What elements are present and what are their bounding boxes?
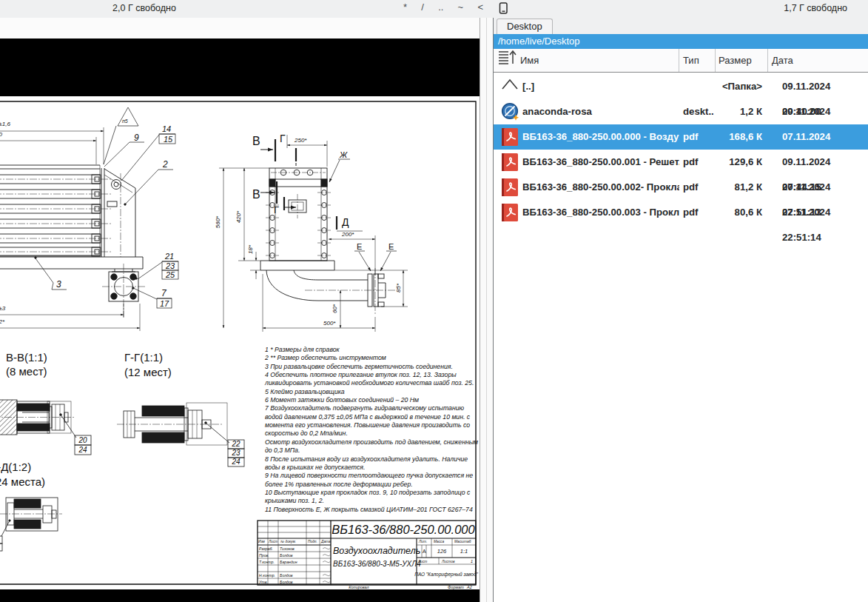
- svg-text:11 Поверхность Е, Ж покрыть см: 11 Поверхность Е, Ж покрыть смазкой ЦИАТ…: [265, 506, 473, 513]
- svg-text:Болдов: Болдов: [280, 573, 293, 578]
- callout: 22: [231, 440, 240, 448]
- file-type: pdf: [683, 175, 699, 200]
- svg-text:3 При развальцовке обеспечить: 3 При развальцовке обеспечить герметично…: [265, 363, 453, 370]
- svg-text:Барандин: Барандин: [280, 560, 297, 564]
- svg-text:Формат: Формат: [448, 585, 464, 589]
- callout-leaders: [35, 107, 397, 308]
- section-mark: В: [252, 135, 260, 147]
- view-bundle: [0, 165, 145, 317]
- column-separator[interactable]: [715, 49, 716, 72]
- column-header-type[interactable]: Тип: [683, 49, 699, 72]
- svg-text:4 Обеспечить плотное прилегани: 4 Обеспечить плотное прилегание втулок п…: [265, 371, 457, 378]
- file-row[interactable]: [..] <Папка> 09.11.2024 20:40:00: [494, 74, 868, 99]
- dim-label: 250*: [294, 137, 307, 144]
- back-button[interactable]: <: [476, 1, 485, 13]
- up-chevron-icon: [501, 77, 519, 92]
- file-panel: Desktop /home/live/Desktop Имя Тип Разме…: [493, 18, 868, 602]
- svg-text:крышками поз. 1, 2.: крышками поз. 1, 2.: [265, 497, 324, 504]
- title-block-texts: ВБ163-36/880-250.00.000 Воздухоохладител…: [258, 523, 478, 589]
- section-mark: Г: [274, 204, 279, 215]
- column-separator[interactable]: [679, 49, 679, 72]
- file-type: pdf: [683, 124, 699, 150]
- dim-label: 200*: [341, 231, 354, 238]
- svg-text:126: 126: [437, 548, 447, 555]
- callout: 24: [231, 458, 240, 466]
- callout: 23: [165, 261, 175, 270]
- file-type: pdf: [683, 200, 699, 225]
- roughness-flag: п5: [122, 118, 128, 124]
- product-name: Воздухоохладитель: [333, 546, 420, 556]
- svg-text:№ докум.: № докум.: [280, 540, 296, 544]
- callout: 15: [164, 135, 173, 144]
- current-path-bar[interactable]: /home/live/Desktop: [494, 34, 868, 49]
- file-row[interactable]: ВБ163-36_880-250.00.002- Прокла.. pdf 81…: [494, 175, 868, 200]
- file-icon: [501, 153, 520, 172]
- file-size: 1,2 К: [740, 99, 762, 124]
- section-title: (8 мест): [6, 365, 47, 378]
- parent-button[interactable]: ..: [437, 1, 445, 13]
- svg-text:Н.контр.: Н.контр.: [259, 573, 275, 578]
- doc-number: ВБ163-36/880-250.00.000: [332, 523, 475, 536]
- svg-text:Утв.: Утв.: [259, 580, 268, 584]
- file-row[interactable]: ВБ163-36_880-250.00.003 - Прокл.. pdf 80…: [494, 200, 868, 225]
- root-button[interactable]: /: [420, 1, 425, 13]
- left-panel-free-space: 2,0 Г свободно: [55, 3, 233, 13]
- pdf-file-icon: [501, 127, 519, 147]
- anaconda-app-icon: [501, 102, 520, 121]
- computer-icon[interactable]: [497, 1, 510, 19]
- section-dd: [0, 498, 62, 551]
- svg-text:6 Момент затяжки болтовых соед: 6 Момент затяжки болтовых соединений – 2…: [265, 396, 419, 404]
- file-size: 81,2 К: [735, 175, 762, 200]
- file-icon: [501, 77, 520, 96]
- svg-text:Болдов: Болдов: [280, 553, 293, 558]
- svg-text:Дата: Дата: [320, 540, 331, 544]
- section-mark: Е: [388, 242, 394, 251]
- drawing-texts: 0±1,6 40 6±3 02* п5 9 14 15 2 3 21 23 25…: [0, 118, 478, 589]
- callout: 21: [164, 252, 174, 261]
- file-size: <Папка>: [722, 74, 762, 99]
- svg-text:Разраб.: Разраб.: [259, 546, 273, 551]
- callout: 17: [160, 299, 169, 308]
- svg-text:Т.контр.: Т.контр.: [259, 560, 275, 564]
- file-row[interactable]: ВБ163-36_880-250.00.001 - Решет.. pdf 12…: [494, 150, 868, 175]
- dim-label: 40: [0, 131, 2, 138]
- section-title: Г-Г(1:1): [124, 351, 163, 364]
- svg-text:Пров.: Пров.: [259, 553, 269, 558]
- viewer-scrollbar[interactable]: [480, 18, 494, 602]
- callout: 9: [134, 133, 139, 143]
- section-title: В-В(1:1): [6, 351, 47, 364]
- root-all-button[interactable]: *: [402, 1, 408, 13]
- pdf-page: 0±1,6 40 6±3 02* п5 9 14 15 2 3 21 23 25…: [0, 96, 480, 589]
- svg-text:скоростью до 0,2 Мпа/мин.: скоростью до 0,2 Мпа/мин.: [265, 429, 348, 437]
- engineering-drawing: 0±1,6 40 6±3 02* п5 9 14 15 2 3 21 23 25…: [0, 96, 480, 589]
- file-type: pdf: [683, 150, 699, 175]
- svg-text:Лист: Лист: [417, 560, 427, 563]
- column-header-size[interactable]: Размер: [719, 49, 752, 72]
- section-bb: [0, 400, 91, 455]
- svg-text:водой давлением 0,375 ±0,05 МП: водой давлением 0,375 ±0,05 МПа с выдерж…: [265, 413, 471, 421]
- callout: 7: [161, 288, 167, 298]
- svg-text:9 На лицевой поверхности тепло: 9 На лицевой поверхности теплоотдающего …: [265, 472, 473, 479]
- callout: 24: [78, 446, 87, 454]
- file-size: 80,6 К: [735, 200, 762, 225]
- dim-label: 85*: [395, 283, 402, 292]
- file-name: ВБ163-36_880-250.00.000 - Воздух..: [522, 124, 679, 150]
- file-row[interactable]: ВБ163-36_880-250.00.000 - Воздух.. pdf 1…: [494, 124, 868, 150]
- view-header: [260, 168, 395, 315]
- svg-text:воды в крышках не допускается.: воды в крышках не допускается.: [265, 464, 365, 471]
- column-header-date[interactable]: Дата: [772, 49, 793, 72]
- sort-order-icon[interactable]: [498, 49, 517, 73]
- home-button[interactable]: ~: [457, 1, 465, 13]
- pdf-file-icon: [501, 178, 519, 197]
- svg-text:Изм: Изм: [258, 540, 266, 544]
- file-row[interactable]: anaconda-rosa deskt.. 1,2 К 09.11.2024 2…: [494, 99, 868, 124]
- tab-bar: Desktop: [494, 18, 868, 35]
- pdf-file-icon: [501, 153, 519, 172]
- tab-desktop[interactable]: Desktop: [497, 19, 553, 34]
- svg-text:А: А: [423, 549, 426, 554]
- file-icon: [501, 203, 520, 222]
- svg-text:1:1: 1:1: [460, 548, 468, 555]
- column-separator[interactable]: [767, 49, 768, 72]
- section-mark: Ж: [339, 150, 348, 159]
- column-header-name[interactable]: Имя: [520, 49, 539, 72]
